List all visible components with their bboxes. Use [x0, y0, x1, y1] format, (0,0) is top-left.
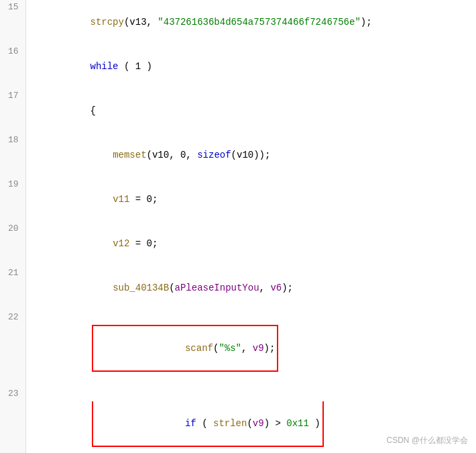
table-row: 21 sub_40134B(aPleaseInputYou, v6); — [0, 266, 476, 310]
code-viewer: 15 strcpy(v13, "437261636b4d654a75737446… — [0, 0, 476, 453]
line-number: 20 — [0, 221, 25, 266]
line-code: sub_40134B(aPleaseInputYou, v6); — [25, 266, 476, 310]
table-row: 22 scanf("%s", v9); — [0, 310, 476, 387]
table-row: 15 strcpy(v13, "437261636b4d654a75737446… — [0, 0, 476, 44]
line-code: memset(v10, 0, sizeof(v10)); — [25, 133, 476, 177]
watermark: CSDN @什么都没学会 — [386, 433, 468, 448]
token: while — [91, 61, 119, 72]
line-number: 17 — [0, 89, 25, 133]
token: v12 — [113, 238, 129, 249]
line-number: 22 — [0, 310, 25, 387]
line-code: { — [25, 89, 476, 133]
line-code: v12 = 0; — [25, 221, 476, 266]
token: memset — [113, 150, 146, 160]
line-number: 23 — [0, 387, 25, 453]
token: sub_40134B — [113, 283, 169, 293]
code-table: 15 strcpy(v13, "437261636b4d654a75737446… — [0, 0, 476, 453]
table-row: 17 { — [0, 89, 476, 133]
table-row: 20 v12 = 0; — [0, 221, 476, 266]
line-code: while ( 1 ) — [25, 44, 476, 89]
table-row: 18 memset(v10, 0, sizeof(v10)); — [0, 133, 476, 177]
line-number: 19 — [0, 177, 25, 221]
token: scanf — [185, 343, 213, 354]
line-code: v11 = 0; — [25, 177, 476, 221]
line-number: 15 — [0, 0, 25, 44]
table-row: 19 v11 = 0; — [0, 177, 476, 221]
token: strcpy — [91, 17, 124, 28]
token: v11 — [113, 194, 129, 205]
line-code: scanf("%s", v9); — [25, 310, 476, 387]
line-number: 21 — [0, 266, 25, 310]
line-number: 16 — [0, 44, 25, 89]
table-row: 16 while ( 1 ) — [0, 44, 476, 89]
line-number: 18 — [0, 133, 25, 177]
line-code: strcpy(v13, "437261636b4d654a757374466f7… — [25, 0, 476, 44]
